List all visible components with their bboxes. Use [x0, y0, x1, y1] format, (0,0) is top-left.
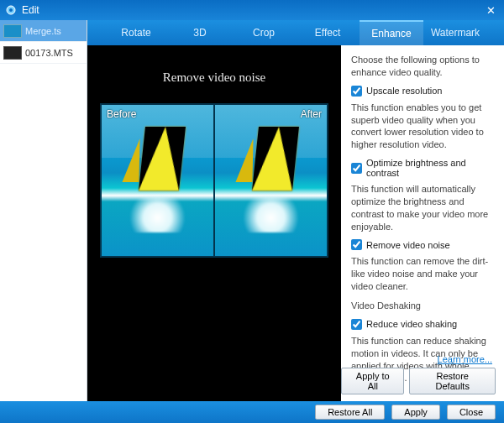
sidebar: Merge.ts 00173.MTS — [0, 20, 87, 401]
window-title: Edit — [22, 4, 483, 16]
deshake-heading: Video Deshaking — [351, 300, 494, 312]
tabs: Rotate 3D Crop Effect Enhance Watermark — [87, 20, 504, 45]
before-after-compare: Before After — [100, 103, 328, 258]
tab-watermark[interactable]: Watermark — [423, 20, 487, 45]
sidebar-item-merge[interactable]: Merge.ts — [0, 20, 87, 42]
learn-more-link[interactable]: Learn more... — [438, 354, 492, 364]
apply-button[interactable]: Apply — [391, 405, 440, 420]
sidebar-item-00173[interactable]: 00173.MTS — [0, 42, 87, 64]
enhance-intro: Choose the following options to enhance … — [351, 54, 494, 79]
tab-crop[interactable]: Crop — [232, 20, 296, 45]
after-label: After — [301, 108, 322, 120]
after-pane: After — [213, 105, 327, 256]
enhance-panel: Choose the following options to enhance … — [341, 45, 504, 401]
option-label: Optimize brightness and contrast — [366, 158, 494, 178]
sidebar-item-label: 00173.MTS — [25, 48, 73, 58]
restore-all-button[interactable]: Restore All — [315, 405, 385, 420]
option-desc: This function can remove the dirt-like v… — [351, 255, 494, 293]
thumbnail-icon — [3, 24, 22, 38]
option-noise[interactable]: Remove video noise — [351, 239, 494, 250]
option-upscale[interactable]: Upscale resolution — [351, 86, 494, 97]
checkbox-noise[interactable] — [351, 239, 362, 250]
tab-rotate[interactable]: Rotate — [104, 20, 168, 45]
svg-point-1 — [9, 8, 13, 12]
preview-area: Remove video noise Before After — [87, 45, 341, 401]
tab-enhance[interactable]: Enhance — [360, 20, 423, 45]
option-desc: This function enables you to get superb … — [351, 102, 494, 151]
app-icon — [5, 4, 17, 16]
checkbox-upscale[interactable] — [351, 86, 362, 97]
close-icon[interactable]: ✕ — [483, 4, 499, 17]
apply-to-all-button[interactable]: Apply to All — [341, 368, 404, 394]
option-brightness[interactable]: Optimize brightness and contrast — [351, 158, 494, 178]
option-label: Reduce video shaking — [366, 319, 457, 329]
footer: Restore All Apply Close — [0, 401, 504, 423]
option-label: Remove video noise — [366, 240, 450, 250]
tab-3d[interactable]: 3D — [168, 20, 232, 45]
close-button[interactable]: Close — [447, 405, 496, 420]
preview-title: Remove video noise — [163, 70, 265, 85]
titlebar: Edit ✕ — [0, 0, 504, 20]
thumbnail-icon — [3, 46, 22, 60]
option-deshake[interactable]: Reduce video shaking — [351, 319, 494, 330]
option-label: Upscale resolution — [366, 86, 443, 96]
option-desc: This function will automatically optimiz… — [351, 183, 494, 232]
sidebar-item-label: Merge.ts — [25, 26, 61, 36]
checkbox-brightness[interactable] — [351, 163, 362, 174]
before-pane: Before — [102, 105, 213, 256]
tab-effect[interactable]: Effect — [296, 20, 360, 45]
before-label: Before — [107, 108, 136, 120]
checkbox-deshake[interactable] — [351, 319, 362, 330]
restore-defaults-button[interactable]: Restore Defaults — [409, 368, 496, 394]
